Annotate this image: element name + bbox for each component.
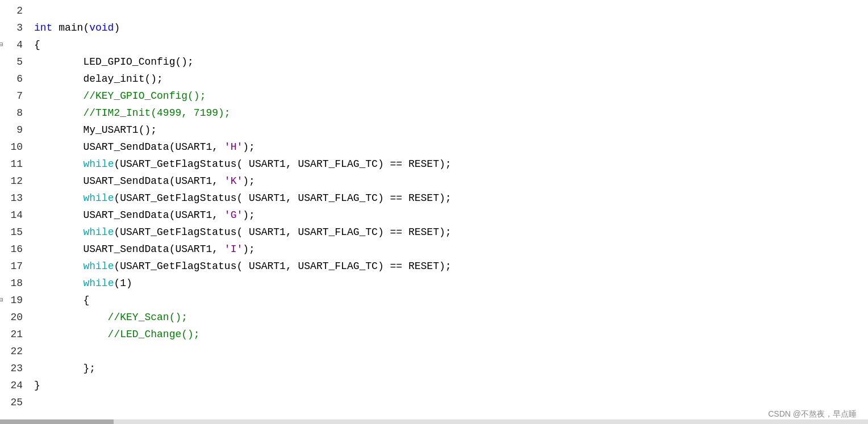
code-line: 5 LED_GPIO_Config(); — [0, 53, 868, 70]
code-token: void — [89, 22, 114, 33]
line-content: My_USART1(); — [30, 121, 157, 138]
code-token: main( — [52, 22, 89, 33]
code-line: 9 My_USART1(); — [0, 121, 868, 138]
fold-icon[interactable]: ⊟ — [0, 36, 3, 53]
line-number: 17 — [0, 258, 30, 275]
line-number: 5 — [0, 53, 30, 70]
code-token: 'K' — [224, 175, 243, 187]
code-line: 24} — [0, 377, 868, 394]
line-content: USART_SendData(USART1, 'G'); — [30, 207, 255, 224]
line-content: { — [30, 36, 40, 53]
code-token: while — [83, 226, 114, 238]
line-number: 9 — [0, 121, 30, 138]
line-content: USART_SendData(USART1, 'H'); — [30, 138, 255, 156]
line-number: 19⊟ — [0, 292, 30, 309]
code-token: delay_init(); — [34, 73, 163, 85]
code-token: ); — [243, 175, 255, 187]
code-token: (USART_GetFlagStatus( USART1, USART_FLAG… — [114, 192, 451, 204]
code-token: { — [34, 39, 40, 51]
code-token: ); — [243, 244, 255, 255]
code-line: 22 — [0, 343, 868, 360]
code-line: 14 USART_SendData(USART1, 'G'); — [0, 207, 868, 224]
line-number: 24 — [0, 377, 30, 394]
code-token: (USART_GetFlagStatus( USART1, USART_FLAG… — [114, 158, 451, 170]
line-number: 14 — [0, 207, 30, 224]
code-line: 20 //KEY_Scan(); — [0, 309, 868, 326]
code-line: 18 while(1) — [0, 275, 868, 292]
line-number: 6 — [0, 70, 30, 87]
code-line: 19⊟ { — [0, 292, 868, 309]
code-token: //KEY_Scan(); — [34, 312, 187, 323]
code-token: USART_SendData(USART1, — [34, 141, 224, 153]
line-number: 4⊟ — [0, 36, 30, 53]
code-token — [34, 158, 83, 170]
code-token: while — [83, 261, 114, 272]
line-number: 7 — [0, 87, 30, 104]
code-token: int — [34, 22, 52, 33]
code-line: 2 — [0, 2, 868, 19]
code-token: } — [34, 380, 40, 391]
line-number: 12 — [0, 173, 30, 190]
line-content: while(USART_GetFlagStatus( USART1, USART… — [30, 156, 452, 173]
code-line: 13 while(USART_GetFlagStatus( USART1, US… — [0, 190, 868, 207]
line-content: LED_GPIO_Config(); — [30, 53, 194, 70]
code-token: while — [83, 192, 114, 204]
code-token: USART_SendData(USART1, — [34, 175, 224, 187]
line-content: //LED_Change(); — [30, 326, 200, 343]
code-token: ); — [243, 209, 255, 221]
scroll-thumb[interactable] — [0, 419, 114, 424]
code-line: 16 USART_SendData(USART1, 'I'); — [0, 241, 868, 258]
line-content: }; — [30, 360, 95, 377]
code-line: 17 while(USART_GetFlagStatus( USART1, US… — [0, 258, 868, 275]
line-number: 15 — [0, 224, 30, 241]
line-content: while(USART_GetFlagStatus( USART1, USART… — [30, 224, 452, 241]
scrollbar-bottom[interactable] — [0, 419, 868, 424]
code-token: //KEY_GPIO_Config(); — [34, 90, 206, 102]
code-token: }; — [34, 363, 95, 374]
code-token: //TIM2_Init(4999, 7199); — [34, 107, 231, 119]
line-content: while(USART_GetFlagStatus( USART1, USART… — [30, 258, 452, 275]
line-number: 18 — [0, 275, 30, 292]
line-number: 22 — [0, 343, 30, 360]
code-line: 21 //LED_Change(); — [0, 326, 868, 343]
line-content: //KEY_Scan(); — [30, 309, 187, 326]
code-token: while — [83, 278, 114, 289]
code-line: 12 USART_SendData(USART1, 'K'); — [0, 173, 868, 190]
code-token — [34, 226, 83, 238]
watermark: CSDN @不熬夜，早点睡 — [768, 409, 857, 419]
line-number: 21 — [0, 326, 30, 343]
code-line: 11 while(USART_GetFlagStatus( USART1, US… — [0, 156, 868, 173]
line-number: 3 — [0, 19, 30, 36]
code-token: ); — [243, 141, 255, 153]
code-line: 23 }; — [0, 360, 868, 377]
code-token: //LED_Change(); — [34, 329, 200, 340]
code-token: LED_GPIO_Config(); — [34, 56, 194, 68]
code-editor: 23int main(void)4⊟{5 LED_GPIO_Config();6… — [0, 0, 868, 424]
line-number: 2 — [0, 2, 30, 19]
line-content: //KEY_GPIO_Config(); — [30, 87, 206, 104]
line-number: 25 — [0, 394, 30, 411]
line-number: 13 — [0, 190, 30, 207]
line-content: int main(void) — [30, 19, 120, 36]
code-token: 'H' — [224, 141, 243, 153]
code-token: 'G' — [224, 209, 243, 221]
code-line: 25 — [0, 394, 868, 411]
line-number: 8 — [0, 104, 30, 121]
line-content: } — [30, 377, 40, 394]
line-number: 10 — [0, 138, 30, 156]
code-area: 23int main(void)4⊟{5 LED_GPIO_Config();6… — [0, 0, 868, 424]
code-token — [34, 278, 83, 289]
line-content: USART_SendData(USART1, 'K'); — [30, 173, 255, 190]
code-line: 4⊟{ — [0, 36, 868, 53]
code-token: (USART_GetFlagStatus( USART1, USART_FLAG… — [114, 261, 451, 272]
line-content: while(USART_GetFlagStatus( USART1, USART… — [30, 190, 452, 207]
line-number: 23 — [0, 360, 30, 377]
fold-icon[interactable]: ⊟ — [0, 292, 3, 309]
line-content: while(1) — [30, 275, 132, 292]
line-number: 16 — [0, 241, 30, 258]
code-token: while — [83, 158, 114, 170]
code-token: USART_SendData(USART1, — [34, 209, 224, 221]
code-line: 15 while(USART_GetFlagStatus( USART1, US… — [0, 224, 868, 241]
code-line: 10 USART_SendData(USART1, 'H'); — [0, 138, 868, 156]
line-number: 20 — [0, 309, 30, 326]
